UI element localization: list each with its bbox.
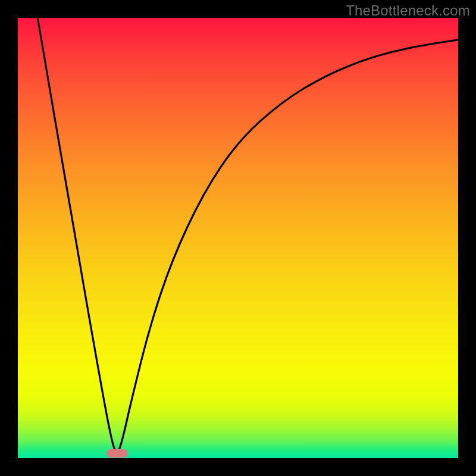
chart-frame: TheBottleneck.com [0,0,476,476]
bottleneck-curve [18,18,458,458]
plot-area [18,18,458,458]
watermark-text: TheBottleneck.com [346,2,470,19]
optimal-marker [107,449,128,458]
